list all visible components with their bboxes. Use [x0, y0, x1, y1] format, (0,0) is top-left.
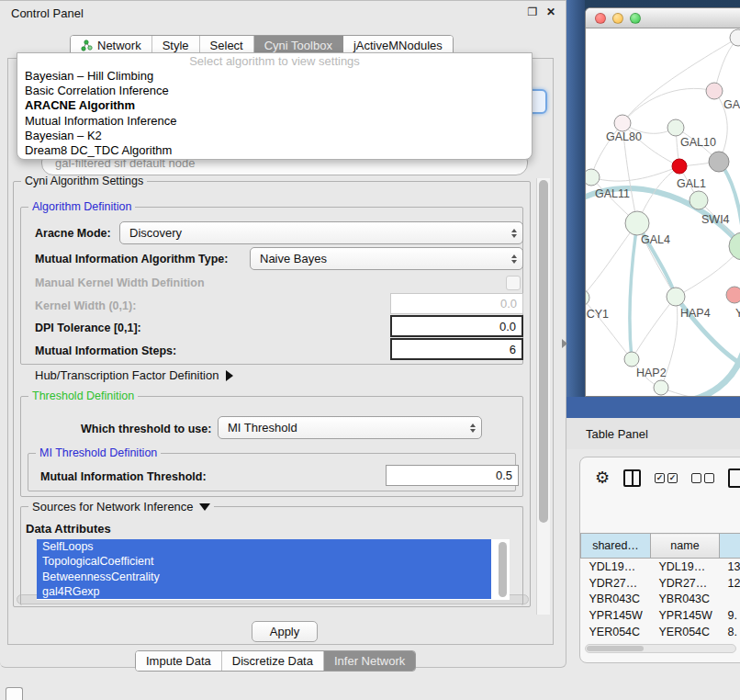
collapse-arrow-icon — [199, 503, 210, 511]
algorithm-definition-title: Algorithm Definition — [28, 200, 135, 213]
gear-icon[interactable]: ⚙ — [595, 469, 610, 486]
algorithm-option[interactable]: Mutual Information Inference — [17, 114, 532, 129]
network-node-hap2[interactable] — [624, 352, 639, 367]
checked-boxes-icon[interactable]: ✓✓ — [655, 473, 678, 483]
mi-threshold-field[interactable]: 0.5 — [386, 465, 519, 486]
attribute-list-item[interactable]: BetweennessCentrality — [37, 570, 491, 584]
network-node[interactable] — [672, 159, 687, 174]
close-traffic-light[interactable] — [595, 13, 606, 24]
network-node[interactable] — [730, 29, 740, 46]
network-node-gal80[interactable] — [706, 83, 723, 99]
apply-button[interactable]: Apply — [252, 621, 318, 642]
mi-steps-label: Mutual Information Steps: — [35, 344, 176, 357]
network-node-gal10[interactable] — [667, 119, 684, 136]
network-node-swi4[interactable] — [690, 191, 708, 209]
control-panel-titlebar: Control Panel — [0, 1, 566, 25]
table-panel-card: ⚙ ✓✓ shared…nameAYDL19…YDL19…13YDR27…YDR… — [579, 457, 740, 663]
close-panel-icon[interactable]: ✕ — [544, 6, 558, 18]
manual-kernel-width-checkbox[interactable] — [506, 276, 521, 290]
settings-vscroll-thumb[interactable] — [539, 180, 548, 523]
algorithm-dropdown-popup: Select algorithm to view settings Bayesi… — [17, 52, 533, 160]
table-cell: 9. — [720, 607, 740, 624]
table-column-header[interactable]: shared… — [581, 534, 651, 559]
network-node[interactable] — [654, 380, 668, 395]
columns-icon[interactable] — [623, 469, 641, 487]
unchecked-boxes-icon[interactable] — [691, 473, 714, 483]
threshold-definition-title: Threshold Definition — [28, 390, 138, 402]
attribute-list-item[interactable]: SelfLoops — [37, 539, 491, 554]
mi-algorithm-type-combo[interactable]: Naive Bayes — [250, 247, 523, 270]
table-column-header[interactable]: A — [720, 534, 740, 559]
network-edge[interactable] — [591, 166, 679, 181]
network-node-y[interactable] — [726, 287, 740, 303]
table-row[interactable]: YDR27…YDR27…12 — [581, 575, 740, 592]
split-pane-handle-icon[interactable] — [562, 339, 567, 348]
network-node-gal1[interactable] — [709, 152, 729, 172]
table-row[interactable]: YER054CYER054C8. — [581, 624, 740, 640]
network-node-gal11[interactable] — [586, 169, 600, 186]
network-node-hap4[interactable] — [667, 288, 685, 306]
table-row[interactable]: YPR145WYPR145W9. — [581, 607, 740, 624]
table-toolbar: ⚙ ✓✓ — [580, 465, 740, 491]
attribute-list-item[interactable]: gal4RGexp — [37, 584, 491, 599]
table-row[interactable]: YBR045CYBR045C9. — [581, 640, 740, 642]
attributes-scrollbar[interactable] — [499, 542, 507, 597]
table-row[interactable]: YBR043CYBR043C — [581, 592, 740, 608]
tab-infer-network[interactable]: Infer Network — [324, 651, 415, 671]
table-row[interactable]: YDL19…YDL19…13 — [581, 559, 740, 575]
algorithm-option[interactable]: ARACNE Algorithm — [17, 98, 532, 113]
bottom-tabbar: Impute Data Discretize Data Infer Networ… — [135, 650, 416, 672]
table-cell — [720, 592, 740, 608]
network-edge-highlighted[interactable] — [630, 223, 637, 359]
network-edge[interactable] — [622, 38, 738, 123]
attribute-list-item[interactable]: TopologicalCoefficient — [37, 554, 491, 569]
network-window-titlebar[interactable] — [586, 8, 740, 28]
mi-steps-value: 6 — [510, 343, 516, 356]
mi-steps-field[interactable]: 6 — [390, 338, 523, 360]
network-edge[interactable] — [632, 297, 676, 359]
tab-select-label: Select — [210, 39, 243, 52]
table-cell: 12 — [720, 575, 740, 592]
tab-impute-data[interactable]: Impute Data — [136, 651, 222, 671]
algorithm-option[interactable]: Dream8 DC_TDC Algorithm — [17, 143, 532, 158]
minimize-traffic-light[interactable] — [612, 13, 623, 24]
sources-group-title[interactable]: Sources for Network Inference — [28, 500, 214, 514]
settings-vertical-scrollbar[interactable] — [536, 178, 550, 615]
algorithm-option[interactable]: Basic Correlation Inference — [17, 84, 532, 98]
network-node-gal4[interactable] — [625, 211, 649, 235]
document-icon[interactable] — [728, 469, 740, 488]
hub-definition-expander[interactable]: Hub/Transcription Factor Definition — [35, 368, 233, 382]
table-cell: YDL19… — [651, 559, 720, 575]
network-canvas[interactable]: GAL80GAL80GAL10GAL1GAL11SWI4GAL4GCY1HAP4… — [586, 28, 740, 397]
kernel-width-field[interactable]: 0.0 — [390, 293, 523, 314]
collapsed-panel-grip[interactable] — [6, 687, 23, 700]
table-panel-titlebar: Table Panel — [566, 418, 740, 449]
tab-discretize-data[interactable]: Discretize Data — [222, 651, 324, 671]
table-cell: YBR043C — [581, 592, 651, 608]
algorithm-list: Bayesian – Hill ClimbingBasic Correlatio… — [17, 69, 532, 158]
network-node-gal80[interactable] — [614, 115, 631, 131]
network-edge-highlighted[interactable] — [685, 337, 740, 397]
data-attributes-list[interactable]: SelfLoopsTopologicalCoefficientBetweenne… — [37, 539, 510, 600]
zoom-traffic-light[interactable] — [630, 13, 641, 24]
node-table[interactable]: shared…nameAYDL19…YDL19…13YDR27…YDR27…12… — [580, 495, 740, 642]
table-cell: 8. — [720, 624, 740, 640]
aracne-mode-combo[interactable]: Discovery — [119, 221, 523, 244]
dpi-tolerance-field[interactable]: 0.0 — [390, 315, 523, 337]
table-horizontal-scrollbar[interactable] — [585, 644, 736, 653]
table-hscroll-thumb[interactable] — [587, 646, 644, 651]
node-label: GAL11 — [595, 187, 630, 200]
node-label: HAP2 — [636, 367, 667, 379]
mi-threshold-value: 0.5 — [496, 469, 512, 482]
which-threshold-combo[interactable]: MI Threshold — [218, 416, 482, 439]
network-node-gcy1[interactable] — [586, 289, 589, 306]
mi-threshold-label: Mutual Information Threshold: — [40, 470, 207, 483]
network-edge[interactable] — [622, 88, 714, 123]
algorithm-option[interactable]: Bayesian – Hill Climbing — [17, 69, 532, 84]
float-window-icon[interactable]: ❐ — [525, 6, 540, 18]
table-column-header[interactable]: name — [651, 534, 720, 559]
network-edge[interactable] — [714, 38, 738, 91]
tab-impute-data-label: Impute Data — [146, 654, 211, 668]
algorithm-option[interactable]: Bayesian – K2 — [17, 129, 532, 143]
algorithm-placeholder: Select algorithm to view settings — [17, 53, 532, 69]
